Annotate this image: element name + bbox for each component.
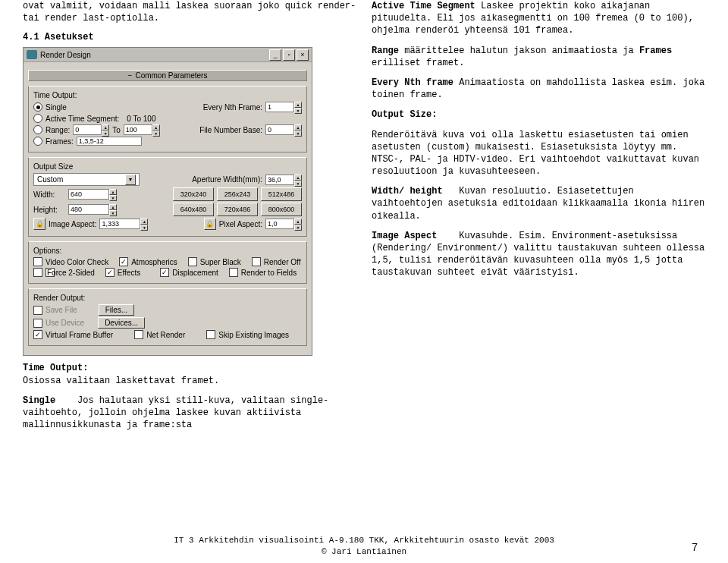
preset-512x486[interactable]: 512x486 xyxy=(261,187,302,201)
range-to-input[interactable]: ▲▼ xyxy=(124,124,160,135)
page-number: 7 xyxy=(692,540,698,554)
radio-single[interactable] xyxy=(33,102,42,112)
check-super-black[interactable] xyxy=(188,257,197,266)
output-size-group: Output Size Custom ▼ Aperture Width(mm):… xyxy=(28,157,307,237)
lock-icon[interactable]: 🔒 xyxy=(33,218,46,230)
check-displacement[interactable] xyxy=(160,268,169,277)
preset-256x243[interactable]: 256x243 xyxy=(217,187,258,201)
image-aspect-text: Image Aspect Kuvasuhde. Esim. Environmen… xyxy=(372,230,705,279)
check-save-file[interactable] xyxy=(33,306,42,315)
options-group: Options: Video Color Check Atmospherics … xyxy=(28,241,307,284)
time-output-label: Time Output: xyxy=(33,91,302,99)
output-size-heading: Output Size: xyxy=(372,109,437,120)
file-number-base-input[interactable]: ▲▼ xyxy=(265,124,302,135)
width-height-text: Width/ height Kuvan resoluutio. Esiasete… xyxy=(372,185,705,222)
check-render-off[interactable] xyxy=(252,257,261,266)
range-frames-text: Range määrittelee halutun jakson animaat… xyxy=(372,45,705,69)
common-params-header[interactable]: −Common Parameters xyxy=(28,70,307,81)
files-button[interactable]: Files... xyxy=(99,304,134,316)
radio-frames[interactable] xyxy=(33,137,42,146)
check-use-device[interactable] xyxy=(33,319,42,328)
every-nth-text: Every Nth frame Animaatiosta on mahdolli… xyxy=(372,77,705,101)
options-label: Options: xyxy=(33,247,302,255)
render-dialog: Render Design _ ▫ × −Common Parameters T… xyxy=(23,47,312,356)
dialog-title: Render Design xyxy=(40,51,91,59)
active-time-segment-text: Active Time Segment Laskee projektin kok… xyxy=(372,0,705,37)
section-heading: 4.1 Asetukset xyxy=(23,32,356,42)
lock-icon[interactable]: 🔒 xyxy=(204,218,216,230)
preset-800x600[interactable]: 800x600 xyxy=(261,203,302,216)
render-output-label: Render Output: xyxy=(33,294,302,302)
time-output-group: Time Output: Single Every Nth Frame: ▲▼ xyxy=(28,86,307,153)
intro-text: ovat valmiit, voidaan malli laskea suora… xyxy=(23,0,356,24)
radio-active-segment[interactable] xyxy=(33,114,42,123)
preset-720x486[interactable]: 720x486 xyxy=(217,203,258,216)
check-render-fields[interactable] xyxy=(229,268,238,277)
preset-320x240[interactable]: 320x240 xyxy=(173,187,214,201)
width-input[interactable]: ▲▼ xyxy=(68,189,117,200)
check-atmospherics[interactable] xyxy=(119,257,128,266)
check-force-2sided[interactable] xyxy=(33,268,42,277)
check-skip-existing[interactable] xyxy=(206,330,215,339)
app-icon xyxy=(27,50,37,59)
range-from-input[interactable]: ▲▼ xyxy=(73,124,109,135)
check-effects[interactable] xyxy=(105,268,115,277)
chevron-down-icon: ▼ xyxy=(125,175,136,185)
minimize-icon[interactable]: _ xyxy=(269,49,281,61)
devices-button[interactable]: Devices... xyxy=(98,317,145,329)
image-aspect-input[interactable]: ▲▼ xyxy=(99,219,148,229)
aperture-input[interactable]: ▲▼ xyxy=(265,175,302,185)
output-size-body: Renderöitävä kuva voi olla laskettu esia… xyxy=(372,129,705,178)
time-output-text: Time Output: Osiossa valitaan laskettava… xyxy=(23,362,356,386)
height-input[interactable]: ▲▼ xyxy=(68,204,117,215)
dialog-titlebar: Render Design _ ▫ × xyxy=(24,48,312,62)
preset-dropdown[interactable]: Custom ▼ xyxy=(33,173,140,186)
render-output-group: Render Output: Save File Files... Use De… xyxy=(28,288,307,346)
radio-range[interactable] xyxy=(33,125,42,134)
single-text: Single Jos halutaan yksi still-kuva, val… xyxy=(23,395,356,432)
check-vfb[interactable] xyxy=(33,330,42,339)
close-icon[interactable]: × xyxy=(297,49,309,61)
every-nth-input[interactable]: ▲▼ xyxy=(265,102,302,112)
page-footer: IT 3 Arkkitehdin visualisointi A-9.180 T… xyxy=(0,535,728,557)
restore-icon[interactable]: ▫ xyxy=(283,49,295,61)
output-size-label: Output Size xyxy=(33,162,302,171)
preset-640x480[interactable]: 640x480 xyxy=(173,203,214,216)
pixel-aspect-input[interactable]: ▲▼ xyxy=(265,219,302,229)
check-net-render[interactable] xyxy=(134,330,143,339)
check-video-color[interactable] xyxy=(33,257,42,266)
frames-input[interactable] xyxy=(77,137,142,146)
